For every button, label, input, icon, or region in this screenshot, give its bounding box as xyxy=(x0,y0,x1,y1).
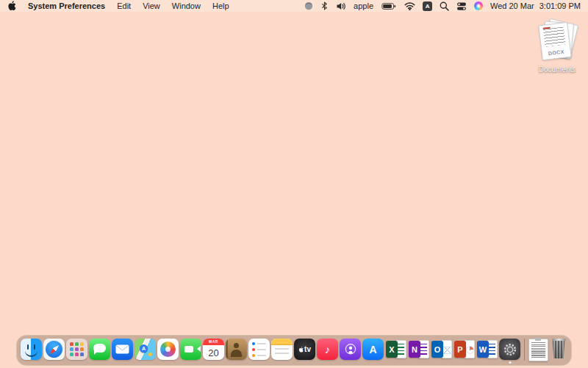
maps-marker-icon: A xyxy=(140,344,148,353)
dock-icon-onenote[interactable]: N xyxy=(408,339,429,360)
clock-time: 3:01:09 PM xyxy=(539,1,581,10)
powerpoint-pie-icon xyxy=(466,346,474,354)
trash-bin xyxy=(552,341,565,358)
music-note-icon: ♪ xyxy=(325,343,331,355)
dock-icon-word[interactable]: W xyxy=(476,339,498,360)
outlook-letter: O xyxy=(431,341,443,358)
dock-icon-notes[interactable] xyxy=(271,339,293,360)
bluetooth-icon[interactable] xyxy=(320,1,329,11)
envelope-icon xyxy=(115,344,129,354)
finder-mouth xyxy=(25,349,37,357)
dock-icon-messages[interactable] xyxy=(89,339,110,360)
dock-icon-launchpad[interactable] xyxy=(66,339,87,360)
menu-edit[interactable]: Edit xyxy=(117,1,131,10)
app-store-a-icon: A xyxy=(369,344,376,355)
speech-bubble-icon xyxy=(93,344,106,353)
video-camera-lens xyxy=(194,346,201,352)
documents-stack[interactable]: DOCX Documents xyxy=(534,20,581,74)
active-app-name[interactable]: System Preferences xyxy=(28,1,105,10)
circle-status-icon[interactable] xyxy=(304,1,313,10)
document-text-lines xyxy=(531,342,545,358)
notes-header xyxy=(271,339,293,345)
dock-icon-mail[interactable] xyxy=(112,339,133,360)
notes-text-lines xyxy=(275,348,289,357)
docx-badge: DOCX xyxy=(542,49,571,57)
menu-window[interactable]: Window xyxy=(172,1,201,10)
launchpad-grid-icon xyxy=(70,342,84,356)
menu-bar: System Preferences Edit View Window Help… xyxy=(0,0,588,12)
dock-icon-music[interactable]: ♪ xyxy=(317,339,338,360)
apple-logo-icon xyxy=(7,1,16,11)
dock-icon-finder[interactable] xyxy=(21,339,42,360)
book-spine xyxy=(226,339,228,360)
input-source-icon[interactable]: A xyxy=(423,1,432,11)
calendar-day-label: 20 xyxy=(203,345,224,360)
dock-icon-photos[interactable] xyxy=(157,339,179,360)
dock-icon-contacts[interactable] xyxy=(226,339,247,360)
document-page-front: DOCX xyxy=(538,22,572,61)
battery-icon[interactable] xyxy=(381,1,397,11)
powerpoint-letter: P xyxy=(454,341,466,358)
person-silhouette-icon xyxy=(231,350,242,357)
menu-view[interactable]: View xyxy=(143,1,160,10)
trash-lid xyxy=(552,339,566,341)
dock-icon-app-store[interactable]: A xyxy=(362,339,384,360)
control-center-icon[interactable] xyxy=(456,1,467,11)
menu-bar-clock[interactable]: Wed 20 Mar 3:01:09 PM xyxy=(490,1,581,10)
dock: A MAR 20 xyxy=(16,335,572,366)
photos-pinwheel-icon xyxy=(160,342,176,357)
excel-letter: X xyxy=(386,341,398,358)
documents-stack-icon[interactable]: DOCX xyxy=(534,20,581,63)
dock-icon-document-file[interactable] xyxy=(528,339,548,360)
dock-icon-reminders[interactable] xyxy=(248,339,270,360)
outlook-envelope-icon xyxy=(442,347,452,354)
dock-icon-system-preferences[interactable] xyxy=(499,339,520,360)
menu-help[interactable]: Help xyxy=(212,1,229,10)
podcasts-glyph-icon xyxy=(343,342,359,358)
dock-icon-facetime[interactable] xyxy=(180,339,201,360)
document-file-icon xyxy=(528,339,548,361)
maps-poi-dot xyxy=(148,353,152,356)
dock-icon-podcasts[interactable] xyxy=(340,339,361,360)
documents-label: Documents xyxy=(534,66,581,74)
dock-divider xyxy=(524,339,525,361)
document-text-lines xyxy=(543,26,566,46)
volume-icon[interactable] xyxy=(336,1,346,11)
apple-logo-icon xyxy=(298,347,304,353)
apple-menu[interactable] xyxy=(7,1,16,11)
gear-icon xyxy=(501,341,519,358)
dock-icon-excel[interactable]: X xyxy=(385,339,406,360)
onenote-letter: N xyxy=(409,341,420,358)
wifi-icon[interactable] xyxy=(404,1,415,10)
siri-icon[interactable] xyxy=(474,1,483,10)
dock-icon-trash[interactable] xyxy=(550,339,567,361)
dock-icon-maps[interactable]: A xyxy=(135,339,156,360)
spotlight-icon[interactable] xyxy=(440,1,449,11)
network-name-label[interactable]: apple xyxy=(354,1,373,10)
person-silhouette-icon xyxy=(234,343,239,348)
dock-icon-apple-tv[interactable]: tv xyxy=(294,339,315,360)
calendar-month-label: MAR xyxy=(203,339,224,345)
video-camera-icon xyxy=(184,346,193,353)
dock-icon-calendar[interactable]: MAR 20 xyxy=(203,339,224,360)
dock-icon-powerpoint[interactable]: P xyxy=(453,339,475,360)
clock-date: Wed 20 Mar xyxy=(490,1,534,10)
dock-icon-outlook[interactable]: O xyxy=(431,339,452,360)
desktop: System Preferences Edit View Window Help… xyxy=(0,0,588,368)
tv-label: tv xyxy=(304,345,311,353)
dock-icon-safari[interactable] xyxy=(43,339,65,360)
input-source-letter: A xyxy=(426,3,430,10)
word-letter: W xyxy=(477,341,489,358)
